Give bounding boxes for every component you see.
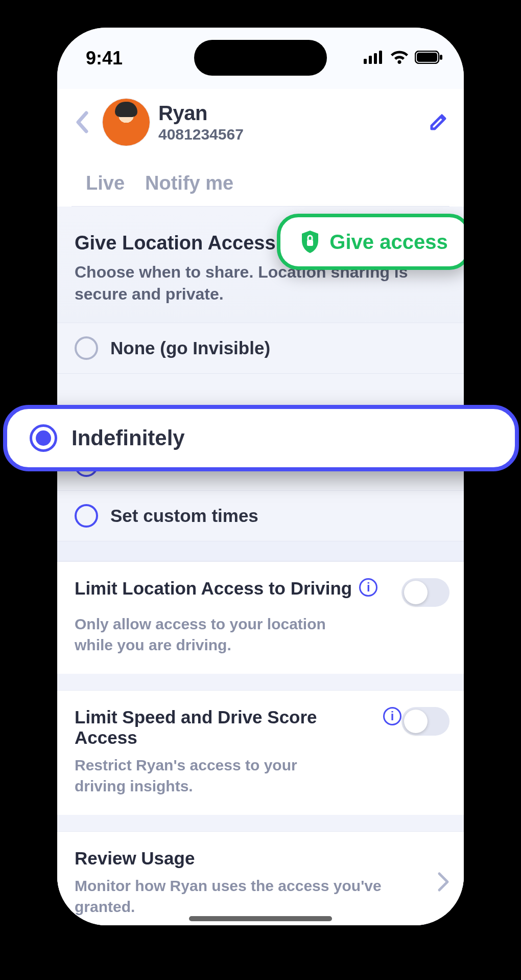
pencil-icon — [429, 112, 448, 132]
svg-rect-6 — [440, 55, 442, 60]
card-title: Limit Speed and Drive Score Access — [75, 707, 317, 747]
toggle-limit-speed[interactable] — [401, 707, 449, 736]
wifi-icon — [390, 51, 409, 66]
info-icon[interactable]: i — [359, 578, 377, 597]
chevron-right-icon — [437, 872, 449, 894]
card-description: Restrict Ryan's access to your driving i… — [75, 755, 340, 796]
svg-rect-2 — [374, 53, 377, 64]
edit-button[interactable] — [427, 111, 449, 133]
radio-icon — [75, 504, 98, 528]
divider — [57, 674, 464, 690]
option-custom-times[interactable]: Set custom times — [57, 490, 464, 541]
toggle-limit-driving[interactable] — [401, 578, 449, 607]
tab-notify-me[interactable]: Notify me — [145, 172, 233, 194]
profile-header: Ryan 4081234567 Live Notify me Give acce… — [57, 89, 464, 207]
back-button[interactable] — [72, 111, 94, 133]
battery-icon — [415, 51, 443, 66]
divider — [57, 541, 464, 561]
tab-give-access[interactable]: Give access — [277, 214, 471, 270]
radio-icon — [75, 336, 98, 360]
status-time: 9:41 — [86, 48, 123, 69]
option-label: None (go Invisible) — [110, 338, 270, 358]
cellular-icon — [364, 51, 384, 66]
card-title: Review Usage — [75, 848, 437, 869]
radio-selected-icon — [30, 424, 57, 452]
phone-frame: 9:41 — [50, 20, 471, 932]
option-label: Indefinitely — [72, 426, 185, 450]
screen: 9:41 — [57, 28, 464, 925]
status-icons — [364, 51, 443, 66]
device-notch — [194, 40, 327, 76]
contact-phone: 4081234567 — [158, 126, 244, 143]
info-icon[interactable]: i — [383, 707, 401, 725]
svg-rect-1 — [369, 56, 372, 64]
option-none[interactable]: None (go Invisible) — [57, 323, 464, 373]
option-indefinitely[interactable]: Indefinitely — [3, 405, 519, 471]
tab-bar: Live Notify me Give access — [72, 161, 449, 207]
svg-rect-7 — [307, 240, 313, 246]
card-description: Monitor how Ryan uses the access you've … — [75, 876, 401, 917]
card-limit-driving: Limit Location Access to Driving i Only … — [57, 561, 464, 674]
card-limit-speed: Limit Speed and Drive Score Access i Res… — [57, 690, 464, 815]
card-title: Limit Location Access to Driving — [75, 578, 352, 598]
card-description: Only allow access to your location while… — [75, 614, 340, 655]
divider — [57, 815, 464, 831]
svg-rect-3 — [379, 51, 382, 64]
avatar — [102, 98, 150, 146]
tab-label: Give access — [329, 231, 447, 254]
svg-rect-5 — [417, 53, 437, 62]
option-label: Set custom times — [110, 506, 258, 526]
svg-rect-0 — [364, 59, 367, 64]
shield-lock-icon — [300, 230, 320, 254]
home-indicator[interactable] — [189, 916, 332, 921]
tab-live[interactable]: Live — [86, 172, 125, 194]
contact-name: Ryan — [158, 102, 244, 125]
